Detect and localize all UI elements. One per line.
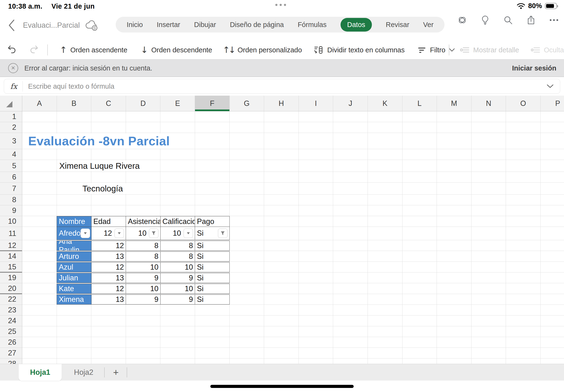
grid-cell-G27[interactable] [230,348,264,359]
grid-cell-J4[interactable] [333,149,368,160]
grid-cell-B8[interactable] [57,195,92,205]
row-header-24[interactable]: 24 [0,316,22,326]
table-header-calificacion[interactable]: Calificacio [160,216,195,227]
grid-cell-E23[interactable] [160,305,195,316]
grid-cell-M2[interactable] [437,122,471,133]
grid-cell-G5[interactable] [230,160,264,172]
filter-active-button[interactable] [218,228,228,238]
text-to-columns-button[interactable]: Dividir texto en columnas [313,45,405,55]
grid-cell-K7[interactable] [368,183,402,195]
table-header-edad[interactable]: Edad [91,216,126,227]
row-header-27[interactable]: 27 [0,348,22,359]
filter-dropdown-button[interactable] [81,228,90,238]
grid-cell-I20[interactable] [299,283,333,294]
grid-cell-J20[interactable] [333,283,368,294]
grid-cell-J11[interactable] [333,227,368,240]
table-cell[interactable]: Si [195,262,230,272]
grid-cell-G6[interactable] [230,172,264,183]
grid-cell-L10[interactable] [402,216,437,227]
grid-cell-P24[interactable] [541,316,564,326]
grid-cell-C23[interactable] [91,305,126,316]
grid-cell-O6[interactable] [506,172,541,183]
column-header-B[interactable]: B [57,96,92,111]
grid-cell-K6[interactable] [368,172,402,183]
home-indicator[interactable] [210,385,354,388]
grid-cell-H3[interactable] [264,133,299,149]
grid-cell-P27[interactable] [541,348,564,359]
table-cell[interactable]: 8 [126,241,161,251]
grid-cell-O11[interactable] [506,227,541,240]
grid-cell-O12[interactable] [506,240,541,251]
column-header-K[interactable]: K [368,96,402,111]
tab-diseno-de-pagina[interactable]: Diseño de página [230,21,284,29]
table-cell[interactable]: Si [195,294,230,305]
grid-cell-J15[interactable] [333,262,368,272]
grid-cell-K1[interactable] [368,111,402,122]
column-header-P[interactable]: P [541,96,564,111]
grid-cell-O2[interactable] [506,122,541,133]
column-header-F[interactable]: F [195,96,230,111]
row-header-6[interactable]: 6 [0,172,22,183]
grid-cell-J7[interactable] [333,183,368,195]
filter-dropdown-button[interactable] [114,228,124,238]
grid-cell-P8[interactable] [541,195,564,205]
grid-cell-F23[interactable] [195,305,230,316]
grid-cell-L4[interactable] [402,149,437,160]
grid-cell-I4[interactable] [299,149,333,160]
row-header-23[interactable]: 23 [0,305,22,316]
grid-cell-H24[interactable] [264,316,299,326]
select-all-button[interactable] [0,96,22,111]
grid-cell-M20[interactable] [437,283,471,294]
grid-cell-D23[interactable] [126,305,161,316]
grid-cell-J6[interactable] [333,172,368,183]
undo-icon[interactable] [7,44,18,56]
grid-cell-N12[interactable] [471,240,506,251]
grid-cell-I27[interactable] [299,348,333,359]
grid-cell-G26[interactable] [230,337,264,348]
table-cell[interactable]: 9 [126,273,161,283]
grid-cell-N1[interactable] [471,111,506,122]
grid-cell-O26[interactable] [506,337,541,348]
grid-cell-O4[interactable] [506,149,541,160]
grid-cell-A14[interactable] [22,251,57,262]
grid-cell-G2[interactable] [230,122,264,133]
grid-cell-L27[interactable] [402,348,437,359]
grid-cell-N14[interactable] [471,251,506,262]
grid-cell-H26[interactable] [264,337,299,348]
dismiss-error-icon[interactable]: ✕ [8,63,18,73]
grid-cell-M9[interactable] [437,205,471,216]
grid-cell-J9[interactable] [333,205,368,216]
grid-cell-N26[interactable] [471,337,506,348]
grid-cell-G25[interactable] [230,326,264,337]
table-cell[interactable]: Azul [57,262,92,272]
grid-cell-O27[interactable] [506,348,541,359]
row-header-10[interactable]: 10 [0,216,22,227]
formula-input[interactable]: fx Escribe aquí texto o fórmula [4,79,560,94]
table-cell[interactable]: 12 [91,241,126,251]
sheet-tab-hoja2[interactable]: Hoja2 [68,364,99,381]
grid-cell-A24[interactable] [22,316,57,326]
grid-cell-A4[interactable] [22,149,57,160]
row-header-11[interactable]: 11 [0,227,22,240]
tab-dibujar[interactable]: Dibujar [194,21,216,29]
sheet-tab-hoja1[interactable]: Hoja1 [19,364,62,381]
grid-cell-N2[interactable] [471,122,506,133]
grid-cell-F2[interactable] [195,122,230,133]
row-header-1[interactable]: 1 [0,111,22,122]
grid-cell-G14[interactable] [230,251,264,262]
grid-cell-J3[interactable] [333,133,368,149]
grid-cell-A11[interactable] [22,227,57,240]
grid-cell-J2[interactable] [333,122,368,133]
grid-cell-P14[interactable] [541,251,564,262]
column-header-E[interactable]: E [160,96,195,111]
row-header-9[interactable]: 9 [0,205,22,216]
table-header-pago[interactable]: Pago [195,216,230,227]
copilot-icon[interactable] [457,15,468,25]
grid-cell-H6[interactable] [264,172,299,183]
grid-cell-F1[interactable] [195,111,230,122]
grid-cell-A12[interactable] [22,240,57,251]
row-header-20[interactable]: 20 [0,283,22,294]
grid-cell-L20[interactable] [402,283,437,294]
table-cell[interactable]: Arturo [57,252,92,262]
grid-cell-A26[interactable] [22,337,57,348]
